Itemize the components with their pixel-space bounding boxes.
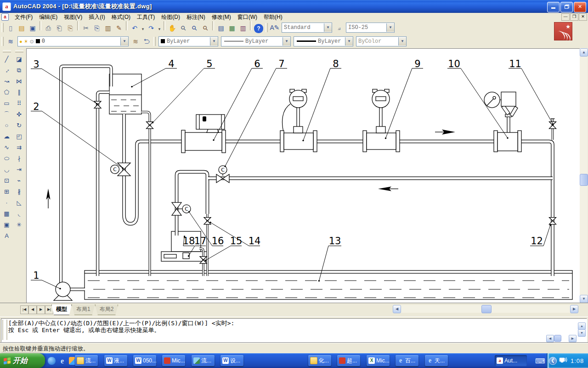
move-icon[interactable]: ✜ — [14, 109, 25, 120]
copy-icon[interactable]: ⎘ — [91, 23, 102, 34]
tab-next-icon[interactable]: ▶ — [37, 305, 45, 314]
tab-model[interactable]: 模型 — [51, 305, 72, 315]
flowmeter-6[interactable] — [181, 115, 226, 153]
tool-palettes-icon[interactable]: ▥ — [237, 23, 249, 34]
reservoir-tank[interactable] — [85, 270, 572, 299]
pump[interactable] — [54, 282, 72, 300]
task-button-4[interactable]: Mic... — [162, 355, 185, 366]
flowmeter-8[interactable] — [280, 89, 317, 152]
plot-preview-icon[interactable]: ⎗ — [54, 23, 65, 34]
linetype-combo[interactable]: ByLayer — [221, 36, 291, 46]
tab-first-icon[interactable]: |◀ — [20, 305, 28, 314]
task-button-11[interactable]: 天... — [425, 355, 448, 366]
menu-view[interactable]: 视图(V) — [61, 13, 85, 22]
valve-12[interactable] — [549, 218, 556, 224]
tab-prev-icon[interactable]: ◀ — [28, 305, 37, 314]
paste-icon[interactable]: ▥ — [102, 23, 113, 34]
horizontal-scroll-thumb[interactable] — [481, 305, 492, 313]
lineweight-combo[interactable]: ByLayer — [294, 36, 353, 46]
task-button-1[interactable]: 流... — [75, 355, 98, 366]
horizontal-scrollbar[interactable]: ◀ ▶ — [393, 305, 578, 313]
layer-combo[interactable]: ● ☀ ⊙ 0 — [17, 36, 129, 46]
menu-dimension[interactable]: 标注(N) — [183, 13, 209, 22]
minimize-button[interactable] — [547, 2, 560, 12]
menu-draw[interactable]: 绘图(D) — [158, 13, 183, 22]
doc-close-button[interactable]: ✕ — [579, 13, 587, 21]
scroll-right-icon[interactable]: ▶ — [570, 305, 578, 313]
quick-launch-ie-icon[interactable]: e — [58, 357, 66, 365]
text-style-icon[interactable]: A✎ — [269, 22, 280, 33]
plot-icon[interactable]: ⎙ — [43, 23, 54, 34]
toolbar-grip[interactable] — [1, 37, 4, 46]
vertical-scrollbar[interactable]: ▲ ▼ — [580, 48, 588, 303]
erase-icon[interactable]: ◪ — [14, 54, 25, 65]
zoom-previous-icon[interactable]: ⚲ — [198, 20, 213, 36]
drawing-canvas[interactable]: C C C — [26, 48, 580, 303]
menu-window[interactable]: 窗口(W) — [234, 13, 260, 22]
undo-icon[interactable]: ↶ — [129, 23, 140, 34]
text-style-dropdown-icon[interactable] — [324, 23, 332, 32]
toolbar-grip[interactable] — [266, 23, 268, 32]
menu-help[interactable]: 帮助(H) — [260, 13, 286, 22]
break-icon[interactable]: ∦ — [14, 186, 25, 197]
menu-tools[interactable]: 工具(T) — [134, 13, 158, 22]
cut-icon[interactable]: ✂ — [80, 23, 91, 34]
plot-style-dropdown-icon[interactable] — [398, 37, 406, 46]
spline-icon[interactable]: ∿ — [1, 142, 12, 153]
task-button-10[interactable]: 百... — [396, 355, 418, 366]
command-scroll-thumb[interactable] — [554, 335, 561, 342]
array-icon[interactable]: ⠿ — [14, 98, 25, 109]
hide-icons-chevron-icon[interactable]: ❮ — [549, 357, 557, 365]
toolbar-grip[interactable] — [15, 50, 23, 52]
publish-icon[interactable]: ⎘ — [65, 23, 76, 34]
restore-button[interactable] — [560, 2, 573, 12]
text-style-combo[interactable]: Standard — [282, 23, 332, 33]
color-dropdown-icon[interactable] — [210, 37, 218, 46]
command-scroll-down-icon[interactable]: ▼ — [578, 329, 586, 337]
task-button-6[interactable]: 设... — [220, 355, 243, 366]
undo-dropdown-icon[interactable]: ▾ — [140, 23, 146, 34]
scroll-up-icon[interactable]: ▲ — [580, 48, 588, 57]
offset-icon[interactable]: ∥ — [14, 87, 25, 98]
toolbar-grip[interactable] — [3, 50, 11, 52]
plot-style-combo[interactable]: ByColor — [356, 36, 407, 46]
chamfer-icon[interactable]: ◺ — [14, 197, 25, 208]
rotate-icon[interactable]: ↻ — [14, 120, 25, 131]
close-button[interactable]: ✕ — [574, 2, 586, 12]
save-icon[interactable]: ▣ — [27, 23, 38, 34]
make-block-icon[interactable]: ⊞ — [1, 186, 12, 197]
menu-format[interactable]: 格式(O) — [108, 13, 134, 22]
task-button-5[interactable]: 流... — [192, 355, 215, 366]
explode-icon[interactable]: ✳ — [14, 219, 25, 230]
vertical-scroll-thumb[interactable] — [580, 174, 588, 186]
redo-dropdown-icon[interactable]: ▾ — [157, 23, 162, 34]
color-combo[interactable]: ByLayer — [158, 36, 218, 46]
layer-previous-icon[interactable]: ⮌ — [141, 36, 152, 47]
valve-14[interactable] — [204, 218, 211, 224]
layer-freeze-icon[interactable]: ☀ — [24, 37, 28, 46]
redo-icon[interactable]: ↷ — [146, 23, 157, 34]
task-button-8[interactable]: 超... — [337, 355, 360, 366]
valve-3[interactable] — [94, 101, 101, 108]
command-input[interactable] — [8, 334, 541, 340]
toolbar-grip[interactable] — [153, 37, 156, 46]
start-button[interactable]: 开始 — [0, 353, 45, 368]
lineweight-dropdown-icon[interactable] — [345, 37, 353, 46]
ellipse-icon[interactable]: ⬭ — [1, 153, 12, 164]
task-button-3[interactable]: 050... — [133, 355, 156, 366]
command-scroll-right-icon[interactable]: ▶ — [569, 335, 577, 342]
command-scroll-left-icon[interactable]: ◀ — [546, 335, 554, 342]
layer-on-icon[interactable]: ● — [19, 37, 23, 46]
open-icon[interactable]: ▤ — [16, 23, 27, 34]
document-icon[interactable]: a — [1, 13, 9, 21]
trim-icon[interactable]: ∤ — [14, 153, 25, 164]
flowmeter-9[interactable] — [363, 89, 400, 152]
scale-icon[interactable]: ◰ — [14, 131, 25, 142]
multiline-text-icon[interactable]: A — [1, 230, 12, 242]
dim-style-icon[interactable]: ⟓ — [334, 22, 345, 33]
task-button-autocad[interactable]: Aut... — [495, 355, 527, 366]
menu-file[interactable]: 文件(F) — [11, 13, 36, 22]
layer-lock-icon[interactable]: ⊙ — [30, 37, 34, 46]
task-button-7[interactable]: 化... — [308, 355, 331, 366]
layer-color-swatch[interactable] — [36, 39, 40, 43]
